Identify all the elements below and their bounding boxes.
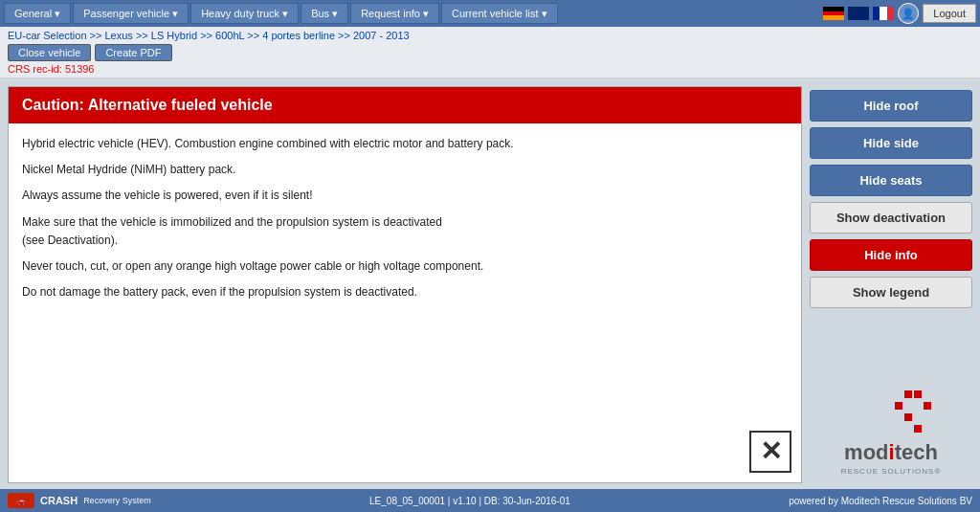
hide-info-button[interactable]: Hide info: [810, 239, 972, 271]
flag-french[interactable]: [873, 7, 894, 20]
caution-header: Caution: Alternative fueled vehicle: [9, 87, 801, 123]
nav-bus[interactable]: Bus ▾: [301, 3, 348, 24]
main-content: Caution: Alternative fueled vehicle Hybr…: [0, 78, 980, 491]
footer: 🚗 CRASH Recovery System LE_08_05_00001 |…: [0, 489, 980, 512]
caution-line-3: Always assume the vehicle is powered, ev…: [22, 187, 788, 205]
hide-side-button[interactable]: Hide side: [810, 127, 972, 159]
hide-seats-button[interactable]: Hide seats: [810, 165, 972, 196]
crash-icon: 🚗: [8, 493, 34, 508]
footer-left: 🚗 CRASH Recovery System: [8, 493, 151, 508]
show-legend-button[interactable]: Show legend: [810, 277, 972, 308]
footer-powered-by: powered by Moditech Rescue Solutions BV: [789, 496, 972, 506]
close-vehicle-button[interactable]: Close vehicle: [8, 44, 91, 61]
close-x-button[interactable]: ✕: [749, 431, 791, 473]
crash-label: CRASH: [40, 495, 78, 506]
create-pdf-button[interactable]: Create PDF: [95, 44, 171, 61]
crash-sub: Recovery System: [83, 496, 151, 505]
caution-line-1: Hybrid electric vehicle (HEV). Combustio…: [22, 135, 788, 153]
nav-current[interactable]: Current vehicle list ▾: [441, 3, 558, 24]
breadcrumb: EU-car Selection >> Lexus >> LS Hybrid >…: [8, 30, 972, 41]
caution-body: Hybrid electric vehicle (HEV). Combustio…: [9, 123, 801, 482]
nav-passenger[interactable]: Passenger vehicle ▾: [73, 3, 189, 24]
action-buttons: Close vehicle Create PDF: [8, 44, 972, 61]
crs-record-id: CRS rec-id: 51396: [8, 63, 972, 75]
nav-right-area: 👤 Logout: [823, 3, 976, 24]
user-icon[interactable]: 👤: [898, 3, 919, 24]
nav-general[interactable]: General ▾: [4, 3, 71, 24]
flag-uk[interactable]: [848, 7, 869, 20]
close-icon-container: ✕: [749, 431, 791, 473]
nav-request[interactable]: Request info ▾: [350, 3, 439, 24]
caution-line-5: Never touch, cut, or open any orange hig…: [22, 257, 788, 276]
caution-line-4: Make sure that the vehicle is immobilize…: [22, 213, 788, 250]
show-deactivation-button[interactable]: Show deactivation: [810, 202, 972, 234]
hide-roof-button[interactable]: Hide roof: [810, 90, 972, 122]
moditech-text: moditech: [841, 440, 942, 465]
left-panel: Caution: Alternative fueled vehicle Hybr…: [8, 86, 802, 483]
nav-heavy[interactable]: Heavy duty truck ▾: [190, 3, 299, 24]
caution-line-2: Nickel Metal Hydride (NiMH) battery pack…: [22, 161, 788, 179]
breadcrumb-area: EU-car Selection >> Lexus >> LS Hybrid >…: [0, 27, 980, 78]
caution-line-6: Do not damage the battery pack, even if …: [22, 283, 788, 301]
right-panel: Hide roof Hide side Hide seats Show deac…: [810, 86, 972, 483]
moditech-logo: moditech RESCUE SOLUTIONS®: [810, 383, 972, 483]
logout-button[interactable]: Logout: [923, 4, 976, 23]
moditech-sub: RESCUE SOLUTIONS®: [841, 467, 942, 476]
footer-db-info: LE_08_05_00001 | v1.10 | DB: 30-Jun-2016…: [369, 496, 570, 506]
flag-german[interactable]: [823, 7, 844, 20]
top-nav-bar: General ▾ Passenger vehicle ▾ Heavy duty…: [0, 0, 980, 27]
